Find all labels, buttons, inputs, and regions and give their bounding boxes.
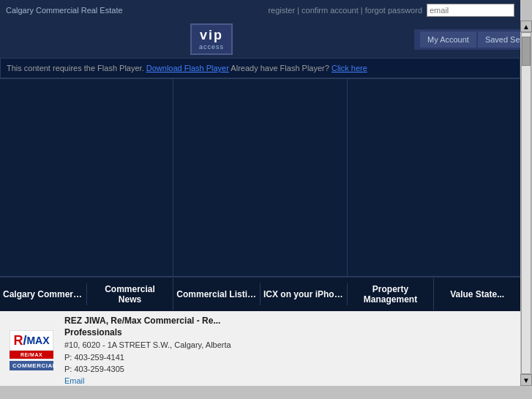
remax-bottom: RE/MAX	[10, 351, 53, 359]
agent-info: REZ JIWA, Re/Max Commercial - Re... Prof…	[64, 316, 514, 386]
bottom-nav: Calgary Commercial CommercialNews Commer…	[0, 276, 520, 311]
v-scrollbar-thumb[interactable]	[522, 37, 531, 66]
bottom-nav-commercial-news[interactable]: CommercialNews	[87, 278, 174, 310]
scroll-up-button[interactable]: ▲	[520, 20, 532, 32]
agent-footer: R / MAX RE/MAX COMMERCIAL REZ JIWA, Re/M…	[0, 311, 520, 386]
main-content	[0, 78, 520, 276]
v-scrollbar-track[interactable]	[521, 32, 531, 374]
remax-top: R / MAX	[10, 330, 53, 351]
logo-box: vip access	[190, 23, 233, 55]
commercial-badge: COMMERCIAL	[10, 361, 53, 370]
logo-row: vip access My Account Saved Searches Fav…	[0, 20, 520, 58]
forgot-link[interactable]: forgot password	[365, 6, 422, 15]
flash-notice: This content requires the Flash Player. …	[7, 64, 367, 72]
top-right-area: register | confirm account | forgot pass…	[268, 4, 514, 17]
email-input[interactable]	[427, 4, 514, 17]
flash-click-link[interactable]: Click here	[331, 64, 367, 72]
agent-address: #10, 6020 - 1A STREET S.W., Calgary, Alb…	[64, 339, 514, 351]
bottom-nav-property-management[interactable]: PropertyManagement	[348, 278, 435, 310]
agent-email-link[interactable]: Email	[64, 376, 85, 385]
flash-area: This content requires the Flash Player. …	[0, 58, 520, 78]
my-account-button[interactable]: My Account	[420, 31, 476, 48]
top-links: register | confirm account | forgot pass…	[268, 6, 422, 15]
column-2	[173, 79, 347, 276]
agent-phone1: P: 403-259-4141	[64, 351, 514, 364]
agent-phone2: P: 403-259-4305	[64, 363, 514, 376]
agent-email-row: Email	[64, 376, 514, 386]
remax-logo: R / MAX RE/MAX	[10, 330, 53, 359]
agent-title: Professionals	[64, 327, 514, 338]
column-1	[0, 79, 173, 276]
flash-download-link[interactable]: Download Flash Player	[146, 64, 229, 72]
bottom-nav-value-state[interactable]: Value State...	[434, 283, 520, 305]
page-title: Calgary Commercial Real Estate	[6, 6, 123, 15]
scroll-down-button[interactable]: ▼	[520, 374, 532, 386]
confirm-link[interactable]: confirm account	[301, 6, 359, 15]
agent-name: REZ JIWA, Re/Max Commercial - Re...	[64, 316, 514, 326]
saved-searches-button[interactable]: Saved Searches	[478, 31, 520, 48]
register-link[interactable]: register	[268, 6, 295, 15]
top-bar: Calgary Commercial Real Estate register …	[0, 0, 520, 20]
header: vip access My Account Saved Searches Fav…	[0, 20, 520, 58]
remax-max: MAX	[26, 335, 49, 346]
remax-r-letter: R	[13, 333, 23, 348]
right-scrollbar: ▲ ▼	[520, 20, 532, 386]
bottom-nav-icx-iphone[interactable]: ICX on your iPhone	[261, 283, 348, 305]
logo-access: access	[199, 43, 224, 51]
agent-logo-box: R / MAX RE/MAX COMMERCIAL	[6, 330, 57, 370]
column-3	[348, 79, 520, 276]
bottom-nav-commercial-listings[interactable]: Commercial Listings	[173, 283, 261, 305]
nav-bar: My Account Saved Searches Favorite Listi…	[414, 29, 520, 50]
flash-text2: Already have Flash Player?	[231, 64, 329, 72]
flash-text1: This content requires the Flash Player.	[7, 64, 144, 72]
logo-vip: vip	[199, 28, 224, 43]
bottom-nav-calgary-commercial[interactable]: Calgary Commercial	[0, 283, 87, 305]
